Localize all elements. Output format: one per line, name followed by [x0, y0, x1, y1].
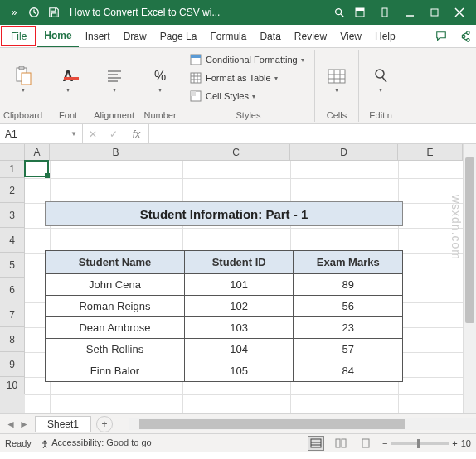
formula-buttons: ✕ ✓: [83, 124, 124, 143]
tab-formulas[interactable]: Formula: [203, 25, 253, 47]
tab-page-layout[interactable]: Page La: [153, 25, 204, 47]
zoom-control: − + 10: [382, 438, 471, 448]
group-alignment: ▾ Alignment: [90, 50, 138, 122]
formula-bar: A1 ▼ ✕ ✓ fx: [0, 124, 476, 144]
row-header[interactable]: 9: [0, 352, 25, 377]
col-header: Student ID: [184, 251, 294, 274]
row-header[interactable]: 8: [0, 327, 25, 352]
save-icon[interactable]: [45, 3, 63, 22]
autosave-icon[interactable]: [25, 3, 43, 22]
format-as-table-button[interactable]: Format as Table ▾: [186, 70, 281, 86]
cell-reference: A1: [5, 128, 17, 140]
view-page-break-icon[interactable]: [357, 436, 374, 451]
group-label: Number: [142, 109, 178, 120]
label: Conditional Formatting: [206, 55, 298, 65]
name-box[interactable]: A1 ▼: [0, 124, 83, 143]
fx-icon[interactable]: fx: [124, 124, 149, 143]
table-row: Finn Balor10584: [46, 360, 403, 382]
selection-cursor: [24, 160, 49, 177]
svg-rect-5: [382, 8, 387, 17]
group-editing: ▾ Editin: [359, 50, 402, 122]
label: Cell Styles: [206, 91, 249, 101]
enter-icon[interactable]: ✓: [109, 128, 118, 140]
table-header-row: Student Name Student ID Exam Marks: [46, 251, 403, 274]
conditional-formatting-button[interactable]: Conditional Formatting ▾: [186, 51, 308, 68]
zoom-in-button[interactable]: +: [452, 438, 457, 448]
share-icon[interactable]: [453, 25, 476, 47]
group-label: Styles: [186, 109, 311, 120]
tab-data[interactable]: Data: [253, 25, 287, 47]
sheet-tab[interactable]: Sheet1: [35, 416, 91, 432]
vertical-scrollbar[interactable]: [463, 144, 476, 413]
col-header[interactable]: A: [25, 144, 50, 161]
col-header[interactable]: C: [182, 144, 290, 161]
nav-prev-icon[interactable]: ◄: [5, 418, 17, 430]
table-row: John Cena10189: [46, 274, 403, 296]
row-header[interactable]: 6: [0, 278, 25, 302]
row-header[interactable]: 2: [0, 178, 25, 203]
accessibility-status[interactable]: Accessibility: Good to go: [40, 437, 152, 448]
alignment-button[interactable]: ▾: [96, 56, 133, 105]
tab-home[interactable]: Home: [37, 25, 78, 47]
row-header[interactable]: 5: [0, 253, 25, 278]
svg-rect-12: [22, 73, 31, 85]
cells-area[interactable]: Student Information: Part - 1 Student Na…: [25, 161, 463, 413]
paste-button[interactable]: ▾: [5, 56, 41, 105]
svg-line-32: [382, 77, 386, 82]
search-icon[interactable]: [330, 3, 348, 22]
col-header[interactable]: B: [50, 144, 182, 161]
col-header[interactable]: E: [398, 144, 463, 161]
svg-rect-37: [336, 439, 340, 447]
row-header[interactable]: 7: [0, 302, 25, 327]
cells-button[interactable]: ▾: [318, 56, 355, 105]
group-cells: ▾ Cells: [315, 50, 359, 122]
status-bar: Ready Accessibility: Good to go − + 10: [0, 434, 476, 452]
group-label: Clipboard: [3, 109, 42, 120]
row-header[interactable]: 3: [0, 203, 25, 228]
number-button[interactable]: % ▾: [142, 56, 178, 105]
zoom-level[interactable]: 10: [461, 438, 471, 448]
horizontal-scrollbar[interactable]: [129, 418, 476, 430]
zoom-out-button[interactable]: −: [382, 438, 387, 448]
col-header: Exam Marks: [294, 251, 403, 274]
svg-rect-19: [191, 73, 201, 83]
label: Format as Table: [206, 73, 271, 83]
row-header[interactable]: 1: [0, 161, 25, 178]
zoom-slider[interactable]: [391, 442, 449, 445]
scrollbar-thumb[interactable]: [465, 157, 474, 323]
col-header[interactable]: D: [290, 144, 398, 161]
row-header[interactable]: 10: [0, 377, 25, 394]
editing-button[interactable]: ▾: [362, 56, 399, 105]
font-button[interactable]: A ▾: [50, 56, 86, 105]
ribbon-tabs: File Home Insert Draw Page La Formula Da…: [0, 25, 476, 48]
svg-rect-38: [342, 439, 346, 447]
group-number: % ▾ Number: [138, 50, 182, 122]
nav-next-icon[interactable]: ►: [18, 418, 30, 430]
cell-styles-button[interactable]: Cell Styles ▾: [186, 88, 259, 104]
qa-more-icon[interactable]: »: [5, 3, 23, 22]
scrollbar-thumb[interactable]: [139, 419, 405, 429]
close-icon[interactable]: [448, 1, 471, 24]
comments-icon[interactable]: [430, 25, 453, 47]
minimize-icon[interactable]: [398, 1, 421, 24]
maximize-icon[interactable]: [423, 1, 446, 24]
group-label: Editin: [362, 109, 399, 120]
add-sheet-button[interactable]: +: [96, 416, 113, 432]
tab-draw[interactable]: Draw: [117, 25, 153, 47]
dropdown-icon[interactable]: ▼: [70, 130, 77, 138]
tab-file[interactable]: File: [1, 26, 36, 46]
formula-input[interactable]: [149, 124, 476, 143]
view-normal-icon[interactable]: [308, 436, 324, 451]
svg-rect-25: [191, 91, 196, 96]
svg-point-31: [376, 70, 384, 78]
account-icon[interactable]: [373, 1, 396, 24]
tab-help[interactable]: Help: [368, 25, 402, 47]
row-header[interactable]: 4: [0, 228, 25, 253]
tab-view[interactable]: View: [333, 25, 368, 47]
cancel-icon[interactable]: ✕: [89, 128, 97, 140]
tab-insert[interactable]: Insert: [79, 25, 117, 47]
select-all-corner[interactable]: [0, 144, 25, 161]
tab-review[interactable]: Review: [288, 25, 333, 47]
ribbon-display-icon[interactable]: [348, 1, 372, 24]
view-page-layout-icon[interactable]: [333, 436, 349, 451]
